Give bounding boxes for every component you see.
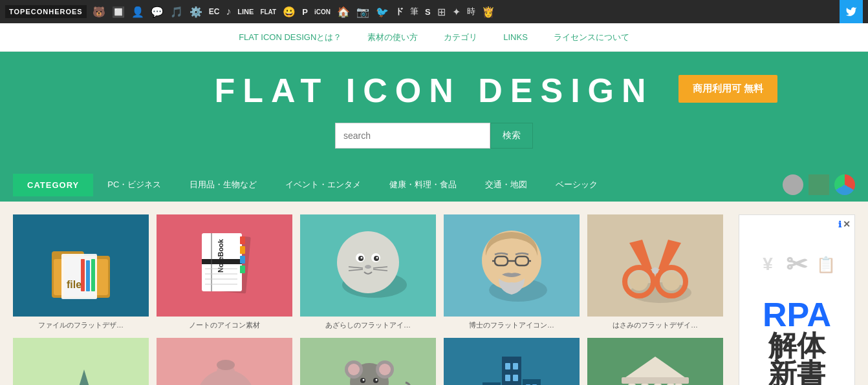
svg-rect-77 [505,375,510,381]
nav-icon-p[interactable]: P [300,6,310,18]
icon-card-title-seal: あざらしのフラットアイ… [325,320,411,330]
nav-link-about[interactable]: FLAT ICON DESIGNとは？ [239,32,342,43]
hero-section: FLAT ICON DESIGN 商用利用可 無料 検索 [0,52,868,168]
category-item-event[interactable]: イベント・エンタメ [271,168,375,202]
svg-point-29 [376,257,378,259]
top-nav: TOPECONHEROES 🐻 🔲 👤 💬 🎵 ⚙️ EC ♪ LINE FLA… [0,0,868,23]
nav-icon-grid[interactable]: 🔲 [110,5,127,19]
svg-rect-12 [240,236,245,244]
category-item-pc[interactable]: PC・ビジネス [93,168,175,202]
nav-icon-ec[interactable]: EC [207,6,222,17]
icon-card-shark[interactable] [13,338,149,385]
icon-card-notebook[interactable]: NoteBook ノートのアイコン素材 [157,214,292,330]
cta-button[interactable]: 商用利用可 無料 [678,75,777,103]
close-icon[interactable]: ✕ [843,219,851,229]
nav-icon-star[interactable]: ✦ [450,5,462,19]
svg-rect-76 [513,363,518,369]
icon-card-img-moneybag: ¥ [157,338,292,385]
svg-text:✂: ✂ [786,250,808,278]
circle-gray[interactable] [783,174,803,195]
svg-point-47 [662,273,680,291]
search-input[interactable] [335,123,490,149]
svg-rect-78 [513,375,518,381]
nav-icons: 🐻 🔲 👤 💬 🎵 ⚙️ EC ♪ LINE FLAT 😀 P iCON 🏠 📷… [91,5,840,19]
svg-rect-86 [523,379,541,385]
icon-card-title-scissors: はさみのフラットデザイ… [613,320,698,330]
icon-card-img-temple [587,338,723,385]
svg-rect-13 [240,246,245,254]
nav-icon-music[interactable]: 🎵 [168,5,185,19]
nav-icon-s[interactable]: S [423,6,433,18]
ad-text-rpa: RPA [746,298,848,331]
svg-rect-81 [483,382,501,385]
svg-rect-6 [86,260,90,291]
icon-card-temple[interactable] [587,338,723,385]
nav-link-links[interactable]: LINKS [503,32,528,42]
content-area: file ファイルのフラットデザ… [0,202,868,385]
category-label[interactable]: CATEGORY [13,174,93,196]
icon-card-img-rat [300,338,436,385]
nav-icon-person[interactable]: 👤 [129,5,146,19]
search-bar: 検索 [335,123,533,149]
nav-icon-time[interactable]: 時 [465,5,477,19]
svg-point-23 [337,231,399,293]
circle-color[interactable] [834,174,855,195]
nav-link-license[interactable]: ライセンスについて [554,32,629,43]
secondary-nav: FLAT ICON DESIGNとは？ 素材の使い方 カテゴリ LINKS ライ… [0,23,868,52]
icon-card-rat[interactable] [300,338,436,385]
icon-card-img-scissors [587,214,723,317]
svg-point-63 [379,364,391,375]
icon-card-img-notebook: NoteBook [157,214,292,317]
circle-green[interactable] [808,174,829,195]
twitter-button[interactable] [840,0,863,23]
svg-point-30 [365,265,371,269]
nav-icon-line[interactable]: LINE [235,6,255,17]
category-item-transport[interactable]: 交通・地図 [471,168,541,202]
nav-icon-chat[interactable]: 💬 [149,5,166,19]
icon-card-moneybag[interactable]: ¥ [157,338,292,385]
nav-icon-fude[interactable]: 筆 [408,5,420,19]
icon-card-scissors[interactable]: はさみのフラットデザイ… [587,214,723,330]
ad-text-kaita: 解体 [746,331,848,360]
nav-icon-do[interactable]: ド [393,5,406,19]
svg-point-55 [217,360,235,370]
nav-icon-camera[interactable]: 📷 [354,5,371,19]
nav-icon-home[interactable]: 🏠 [335,5,352,19]
nav-icon-bear[interactable]: 🐻 [91,5,107,19]
nav-icon-apps[interactable]: ⊞ [435,5,448,19]
nav-icon-note[interactable]: ♪ [224,5,233,19]
nav-link-usage[interactable]: 素材の使い方 [367,32,418,43]
icon-grid: file ファイルのフラットデザ… [13,214,726,385]
category-bar: CATEGORY PC・ビジネス 日用品・生物など イベント・エンタメ 健康・料… [0,168,868,202]
category-item-daily[interactable]: 日用品・生物など [175,168,271,202]
nav-icon-flat[interactable]: FLAT [258,7,278,17]
ad-close[interactable]: ℹ ✕ [838,219,851,229]
svg-point-66 [363,379,365,381]
svg-point-62 [348,364,360,375]
svg-marker-93 [623,357,688,379]
svg-rect-14 [240,256,245,264]
nav-icon-girl[interactable]: 👸 [480,5,497,19]
icon-card-title-notebook: ノートのアイコン素材 [189,320,260,330]
icon-card-title-professor: 博士のフラットアイコン… [469,320,554,330]
icon-card-img-building [444,338,580,385]
icon-card-seal[interactable]: あざらしのフラットアイ… [300,214,436,330]
svg-point-46 [630,273,648,291]
icon-card-professor[interactable]: 博士のフラットアイコン… [444,214,580,330]
search-button[interactable]: 検索 [490,123,533,149]
nav-icon-icon[interactable]: iCON [312,7,332,17]
svg-text:¥: ¥ [763,254,773,274]
icon-card-file[interactable]: file ファイルのフラットデザ… [13,214,149,330]
nav-icon-gear[interactable]: ⚙️ [188,5,204,19]
icon-card-building[interactable] [444,338,580,385]
svg-point-67 [376,379,378,381]
category-item-basic[interactable]: ベーシック [541,168,612,202]
nav-icon-smile[interactable]: 😀 [281,5,298,19]
info-icon: ℹ [838,220,841,229]
icon-card-img-file: file [13,214,149,317]
site-logo[interactable]: TOPECONHEROES [5,5,87,18]
nav-link-category[interactable]: カテゴリ [444,32,477,43]
nav-icon-bird[interactable]: 🐦 [374,5,391,19]
category-item-health[interactable]: 健康・料理・食品 [375,168,471,202]
svg-point-28 [361,257,363,259]
